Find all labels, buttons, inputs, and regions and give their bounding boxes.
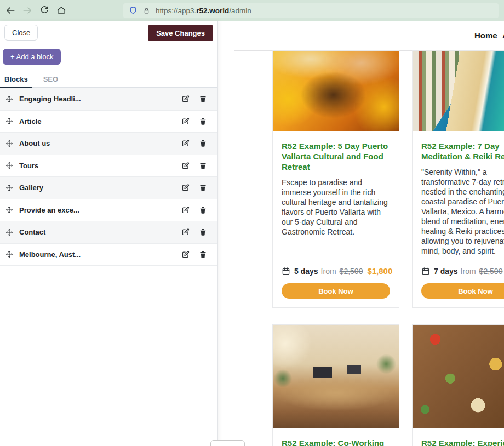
row-actions (181, 184, 212, 192)
nav-item-home[interactable]: Home (474, 31, 497, 40)
trash-icon[interactable] (199, 184, 207, 192)
trash-icon[interactable] (199, 228, 207, 236)
close-button[interactable]: Close (4, 25, 38, 41)
edit-icon[interactable] (181, 228, 190, 236)
move-handle-icon[interactable] (5, 140, 13, 147)
card-title[interactable]: R52 Example: 7 Day Meditation & Reiki Re… (421, 141, 504, 162)
row-actions (181, 95, 212, 103)
edit-icon[interactable] (181, 95, 190, 103)
card-image-flaming-seafood (273, 51, 399, 131)
edit-icon[interactable] (181, 206, 190, 214)
card-body: R52 Example: Experie (413, 428, 504, 446)
row-actions (181, 162, 212, 170)
url-path: /admin (229, 7, 251, 15)
block-label: Melbourne, Aust... (19, 250, 81, 259)
tour-card: R52 Example: Co-Working (272, 324, 399, 446)
block-list: Engaging Headli... Article About us (0, 88, 217, 266)
edit-icon[interactable] (181, 184, 190, 192)
block-row[interactable]: Article (0, 111, 217, 133)
from-label: from (461, 267, 476, 276)
card-body: R52 Example: 7 Day Meditation & Reiki Re… (413, 131, 504, 307)
card-title[interactable]: R52 Example: Co-Working (282, 438, 390, 446)
row-actions (181, 250, 212, 259)
forward-icon[interactable] (22, 5, 32, 15)
move-handle-icon[interactable] (5, 162, 13, 169)
row-actions (181, 117, 212, 125)
block-row[interactable]: Melbourne, Aust... (0, 244, 217, 266)
row-actions (181, 139, 212, 147)
block-label: Article (19, 117, 41, 125)
site-preview: Home About R52 Example: 5 Day Puerto Val… (218, 21, 504, 446)
card-title[interactable]: R52 Example: 5 Day Puerto Vallarta Cultu… (282, 141, 390, 172)
move-handle-icon[interactable] (5, 95, 13, 103)
block-row[interactable]: Gallery (0, 177, 217, 199)
block-row[interactable]: Tours (0, 155, 217, 178)
block-label: Gallery (19, 184, 43, 192)
trash-icon[interactable] (199, 139, 207, 147)
shield-icon[interactable] (129, 6, 138, 15)
edit-icon[interactable] (181, 139, 190, 147)
block-row[interactable]: Provide an exce... (0, 199, 217, 222)
duration: 7 days (434, 267, 458, 276)
trash-icon[interactable] (199, 117, 207, 125)
browser-window: https://app3.r52.world/admin Home About … (0, 0, 504, 446)
trash-icon[interactable] (199, 206, 207, 214)
editor-tabs: BlocksSEO (0, 71, 217, 88)
address-bar[interactable]: https://app3.r52.world/admin (123, 3, 499, 18)
tour-card: R52 Example: 5 Day Puerto Vallarta Cultu… (272, 50, 399, 308)
calendar-icon (421, 267, 430, 276)
browser-toolbar: https://app3.r52.world/admin (0, 0, 504, 21)
save-changes-button[interactable]: Save Changes (148, 25, 213, 41)
block-label: Engaging Headli... (19, 95, 81, 103)
book-now-button[interactable]: Book Now (421, 283, 504, 299)
back-icon[interactable] (5, 5, 15, 15)
tab-seo[interactable]: SEO (39, 71, 62, 88)
trash-icon[interactable] (199, 162, 207, 170)
tour-card: R52 Example: Experie (412, 324, 504, 446)
edit-icon[interactable] (181, 250, 190, 259)
move-handle-icon[interactable] (5, 184, 13, 192)
duration: 5 days (294, 267, 318, 276)
move-handle-icon[interactable] (5, 250, 13, 258)
block-label: Provide an exce... (19, 206, 79, 214)
original-price: $2,500 (340, 267, 363, 276)
edit-icon[interactable] (181, 117, 190, 125)
book-now-button[interactable]: Book Now (282, 283, 390, 299)
block-row[interactable]: Engaging Headli... (0, 88, 217, 111)
move-handle-icon[interactable] (5, 117, 13, 125)
sale-price: $1,800 (367, 266, 392, 276)
card-body: R52 Example: 5 Day Puerto Vallarta Cultu… (273, 131, 399, 307)
trash-icon[interactable] (199, 250, 207, 259)
tour-card: R52 Example: 7 Day Meditation & Reiki Re… (412, 50, 504, 308)
price-row: 7 days from $2,500 (421, 267, 504, 276)
url-domain: r52.world (196, 7, 229, 15)
card-image-beach-aerial (413, 51, 504, 131)
add-block-button[interactable]: + Add a block (3, 49, 61, 65)
block-row[interactable]: About us (0, 133, 217, 155)
home-icon[interactable] (56, 5, 66, 15)
url-text: https://app3.r52.world/admin (156, 7, 251, 15)
move-handle-icon[interactable] (5, 206, 13, 214)
card-image-food-spread (413, 325, 504, 428)
url-prefix: https://app3. (156, 7, 196, 15)
lock-icon (142, 7, 151, 15)
tab-blocks[interactable]: Blocks (0, 71, 32, 88)
card-title[interactable]: R52 Example: Experie (421, 438, 504, 446)
card-description: "Serenity Within," a transformative 7-da… (421, 167, 504, 256)
row-actions (181, 228, 212, 236)
price-row: 5 days from $2,500 $1,800 (282, 266, 390, 276)
trash-icon[interactable] (199, 95, 207, 103)
block-row[interactable]: Contact (0, 221, 217, 244)
status-tooltip (210, 440, 245, 446)
card-image-coworking (273, 325, 399, 428)
block-label: Contact (19, 228, 45, 236)
move-handle-icon[interactable] (5, 228, 13, 236)
from-label: from (321, 267, 336, 276)
block-label: Tours (19, 162, 38, 170)
row-actions (181, 206, 212, 214)
card-body: R52 Example: Co-Working (273, 428, 399, 446)
reload-icon[interactable] (39, 5, 49, 15)
calendar-icon (282, 267, 290, 276)
block-editor-panel: Close Save Changes + Add a block BlocksS… (0, 21, 218, 446)
edit-icon[interactable] (181, 162, 190, 170)
